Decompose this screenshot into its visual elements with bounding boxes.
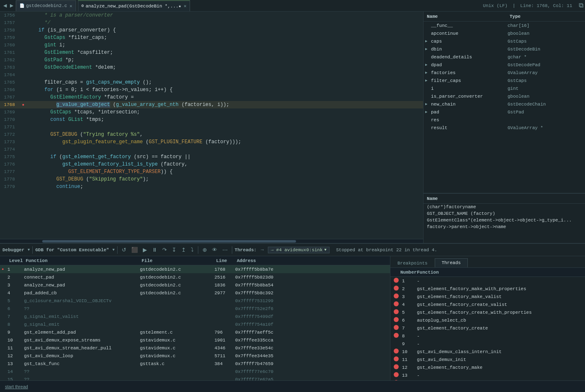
dbg-btn-breakpoints[interactable]: ⊕ [201, 246, 209, 254]
stack-row[interactable]: 2connect_padgstdecodebin2.c25160x7ffff5b… [0, 273, 390, 281]
var-row[interactable]: ▶new_chainGstDecodeChain [424, 100, 585, 108]
thread-row[interactable]: 9- [390, 340, 585, 348]
thread-row[interactable]: 13- [390, 371, 585, 379]
thread-row[interactable]: 6autoplug_select_cb [390, 316, 585, 324]
thread-row[interactable]: 1- [390, 277, 585, 285]
stack-file: gstavidemux.c [140, 346, 214, 351]
var-row[interactable]: res [424, 116, 585, 124]
var-row[interactable]: ▶capsGstCaps [424, 37, 585, 45]
code-line-1763: 1763 GstDecodeElement *delem; [0, 64, 423, 71]
var-row[interactable]: resultGValueArray * [424, 124, 585, 132]
stack-row[interactable]: 4pad_added_cbgstdecodebin2.c29770x7ffff5… [0, 289, 390, 297]
var-row[interactable]: ▶padGstPad [424, 108, 585, 116]
dbg-btn-1[interactable]: ↺ [120, 246, 128, 254]
var-type-cell: GstCaps [508, 78, 583, 83]
watch-list: (char*)factorynameGST_OBJECT_NAME (facto… [424, 204, 585, 243]
tab-file1[interactable]: 📄 gstdecodebin2.c ✕ [16, 0, 76, 11]
stack-row[interactable]: 13gst_task_funcgsttask.c3840x7ffff7b4765… [0, 360, 390, 368]
stack-row[interactable]: 10gst_avi_demux_expose_streamsgstavidemu… [0, 336, 390, 344]
var-row[interactable]: __func__char[16] [424, 22, 585, 29]
sep1 [32, 246, 33, 254]
dbg-btn-step-in[interactable]: ↧ [170, 246, 178, 254]
thread-function: gst_element_factory_make_with_properties [417, 286, 583, 291]
var-row[interactable]: ▶filter_capsGstCaps [424, 77, 585, 84]
dbg-btn-3[interactable]: ▶ [141, 246, 149, 254]
thread-row[interactable]: 3gst_element_factory_make_valist [390, 293, 585, 301]
tab-back-btn[interactable]: ◀ [2, 3, 8, 8]
stack-row[interactable]: 3analyze_new_padgstdecodebin2.c18360x7ff… [0, 281, 390, 289]
thread-row[interactable]: 8- [390, 332, 585, 340]
var-row[interactable]: apcontinuegboolean [424, 29, 585, 37]
dbg-btn-run-to[interactable]: ⤵ [189, 246, 195, 254]
stack-row[interactable]: 6??0x7ffff752e2f6 [0, 305, 390, 313]
tab-breakpoints[interactable]: Breakpoints [390, 259, 435, 267]
dbg-btn-step-out[interactable]: ↥ [180, 246, 188, 254]
debugger-toolbar: Debugger ▼ GDB for "Custom Executable" ▼… [0, 244, 585, 256]
code-line-1756: 1756 * is a parser/converter [0, 12, 423, 19]
thread-function: autoplug_select_cb [417, 318, 583, 323]
thread-row[interactable]: 4gst_element_factory_create_valist [390, 301, 585, 308]
var-row[interactable]: ▶factoriesGValueArray [424, 69, 585, 77]
stack-file: gstavidemux.c [140, 338, 214, 343]
dbg-btn-more[interactable]: ⋯ [221, 246, 229, 254]
var-row[interactable]: is_parser_convertergboolean [424, 92, 585, 100]
stack-file: gstdecodebin2.c [140, 267, 214, 272]
stack-row[interactable]: 7g_signal_emit_valist0x7ffff75499df [0, 313, 390, 320]
dbg-btn-4[interactable]: ⏸ [150, 246, 159, 254]
tab-close-2[interactable]: ✕ [184, 3, 187, 9]
stack-row[interactable]: 5g_cclosure_marshal_VOID__OBJECTv0x7ffff… [0, 297, 390, 305]
stack-address: 0x7ffff7b47659 [235, 361, 289, 366]
var-name-cell: filter_caps [431, 78, 508, 83]
stack-row[interactable]: 11gst_avi_demux_stream_header_pullgstavi… [0, 344, 390, 352]
var-type-cell: gboolean [508, 94, 583, 99]
var-row[interactable]: deadend_detailsgchar * [424, 53, 585, 61]
horizontal-scrollbar[interactable] [0, 239, 423, 243]
dbg-btn-step-over[interactable]: ↷ [161, 246, 169, 254]
var-expand-icon: ▶ [425, 78, 431, 83]
var-row[interactable]: igint [424, 84, 585, 92]
tab-forward-btn[interactable]: ▶ [8, 3, 15, 8]
thread-row[interactable]: 7gst_element_factory_create [390, 324, 585, 332]
code-line-1770: 1770 const GList *tmps; [0, 116, 423, 123]
thread-num: 5 [400, 310, 417, 315]
watch-row: GST_OBJECT_NAME (factory) [424, 210, 585, 217]
stack-row[interactable]: 15??0x7ffff77e62a5 [0, 375, 390, 380]
stack-row[interactable]: 14??0x7ffff77e6c70 [0, 368, 390, 375]
thread-row[interactable]: 2gst_element_factory_make_with_propertie… [390, 285, 585, 293]
tab-close-1[interactable]: ✕ [70, 3, 72, 9]
thread-selector[interactable]: → #4 avidemux0:sink ▼ [268, 247, 330, 253]
var-row[interactable]: ▶dbinGstDecodeBin [424, 45, 585, 53]
stack-indicator: ● [2, 267, 7, 272]
tab-threads[interactable]: Threads [435, 258, 468, 267]
dbg-btn-watch[interactable]: 👁 [210, 246, 219, 254]
gdb-dropdown[interactable]: ▼ [112, 248, 114, 252]
thread-num: 7 [400, 326, 417, 331]
thread-row[interactable]: 5gst_element_factory_create_with_propert… [390, 308, 585, 316]
thread-dot [392, 364, 400, 371]
thread-row[interactable]: 12gst_element_factory_make [390, 363, 585, 371]
expand-btn[interactable]: ⧉ [579, 2, 583, 10]
tab-function[interactable]: ⚙ analyze_new_pad(GstDecodeBin *,...★ ✕ [78, 0, 190, 11]
var-expand-icon: ▶ [425, 63, 431, 67]
stack-row[interactable]: 9gst_element_add_padgstelement.c7960x7ff… [0, 328, 390, 336]
var-expand-icon: ▶ [425, 39, 431, 43]
position-label: Line: 1768, Col: 11 [520, 3, 572, 8]
stack-row[interactable]: 8g_signal_emit0x7ffff754a10f [0, 320, 390, 328]
stack-level: 8 [7, 322, 24, 327]
var-type-cell: GstDecodeBin [508, 47, 583, 52]
stack-row[interactable]: 12gst_avi_demux_loopgstavidemux.c57110x7… [0, 352, 390, 360]
dbg-dropdown[interactable]: ▼ [28, 248, 30, 252]
var-row[interactable]: ▶dpadGstDecodePad [424, 61, 585, 69]
thread-row[interactable]: 11gst_avi_demux_init [390, 356, 585, 363]
thread-dot [392, 317, 400, 324]
dbg-btn-2[interactable]: ⬛ [130, 246, 140, 254]
encoding-label: Unix (LF) [483, 3, 508, 8]
start-thread-button[interactable]: start thread [5, 384, 28, 389]
thread-row[interactable]: 10gst_avi_demux_class_intern_init [390, 348, 585, 356]
thread-num: 9 [400, 341, 417, 346]
code-line-1773: 1773 gst_plugin_feature_get_name (GST_PL… [0, 138, 423, 146]
sep2 [117, 246, 118, 254]
h-scroll-thumb[interactable] [42, 240, 296, 243]
status-bar: start thread [0, 380, 585, 392]
stack-row[interactable]: ●1analyze_new_padgstdecodebin2.c17680x7f… [0, 265, 390, 273]
